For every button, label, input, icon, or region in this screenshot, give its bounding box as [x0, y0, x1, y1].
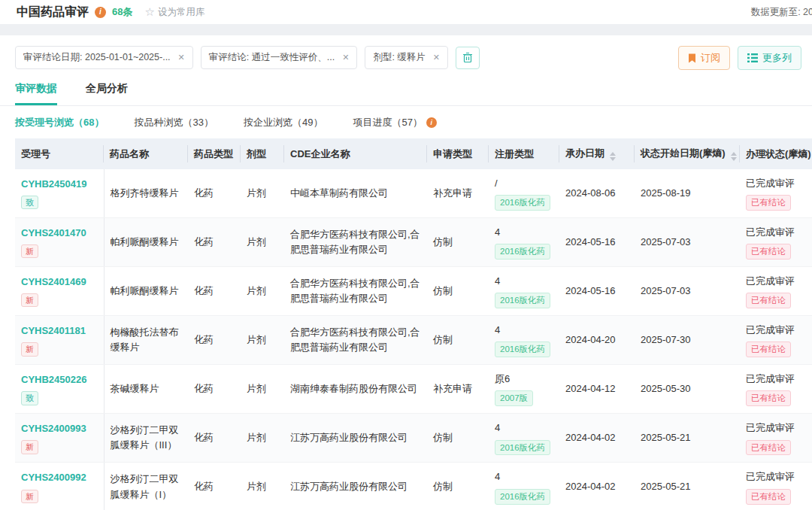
- handling-status-cell: 已完成审评已有结论: [740, 169, 812, 218]
- application-type-cell: 仿制: [427, 414, 489, 463]
- filter-chip-dosage-form[interactable]: 剂型: 缓释片 ✕: [365, 46, 448, 69]
- handling-status-cell: 已完成审评已有结论: [740, 218, 812, 267]
- column-header: CDE企业名称: [284, 138, 427, 169]
- sort-icon[interactable]: [731, 152, 737, 161]
- dosage-form-cell: 片剂: [241, 316, 284, 365]
- company-cell: 合肥华方医药科技有限公司,合肥思普瑞药业有限公司: [284, 267, 427, 316]
- acceptance-badge: 新: [21, 440, 38, 454]
- drug-name-cell: 枸橼酸托法替布缓释片: [104, 316, 188, 365]
- acceptance-no-link[interactable]: CYHS2401470: [21, 226, 98, 241]
- topbar: 中国药品审评 i 68条 ☆ 设为常用库 数据更新至: 20: [0, 0, 812, 24]
- handling-status-cell: 已完成审评已有结论: [740, 365, 812, 414]
- registration-badge: 2016版化药: [495, 342, 550, 357]
- drug-name-cell: 沙格列汀二甲双胍缓释片（III）: [104, 414, 188, 463]
- clear-filters-button[interactable]: [456, 47, 480, 69]
- subnav-project-progress[interactable]: 项目进度（57） i: [353, 116, 436, 129]
- acceptance-no-cell: CYHS2401469新: [15, 267, 104, 316]
- data-update-notice: 数据更新至: 20: [751, 6, 812, 19]
- acceptance-date-cell: 2024-05-16: [559, 267, 635, 316]
- filter-chip-label: 审评结论日期: 2025-01-01~2025-...: [23, 51, 171, 64]
- status-start-date-cell: 2025-07-03: [635, 267, 740, 316]
- favorite-toggle[interactable]: ☆ 设为常用库: [144, 5, 205, 19]
- drug-type-cell: 化药: [188, 218, 241, 267]
- dosage-form-cell: 片剂: [241, 414, 284, 463]
- main-card: 审评结论日期: 2025-01-01~2025-... ✕ 审评结论: 通过一致…: [0, 35, 812, 510]
- table-row: CYHS2401181新枸橼酸托法替布缓释片化药片剂合肥华方医药科技有限公司,合…: [15, 316, 812, 365]
- acceptance-date-cell: 2024-04-02: [559, 414, 635, 463]
- acceptance-no-link[interactable]: CYHS2401181: [21, 323, 98, 338]
- toolbar-actions: 订阅 更多列: [678, 46, 801, 70]
- registration-badge: 2016版化药: [495, 489, 550, 505]
- filter-chip-review-date[interactable]: 审评结论日期: 2025-01-01~2025-... ✕: [15, 46, 193, 69]
- acceptance-no-link[interactable]: CYHB2450226: [21, 372, 98, 387]
- registration-no: 4: [495, 225, 553, 240]
- column-header[interactable]: 状态开始日期(摩熵): [635, 138, 740, 169]
- registration-no: 4: [495, 469, 553, 484]
- acceptance-no-cell: CYHB2450226致: [15, 365, 104, 414]
- acceptance-no-link[interactable]: CYHS2401469: [21, 275, 98, 290]
- column-header: 药品类型: [188, 138, 241, 169]
- sort-icon[interactable]: [610, 152, 616, 161]
- acceptance-no-link[interactable]: CYHS2400992: [21, 470, 98, 485]
- application-type-cell: 补充申请: [427, 169, 489, 218]
- acceptance-no-link[interactable]: CYHS2400993: [21, 421, 98, 436]
- conclusion-badge: 已有结论: [746, 440, 791, 456]
- drug-name-cell: 沙格列汀二甲双胍缓释片（I）: [104, 463, 188, 510]
- filter-chip-review-conclusion[interactable]: 审评结论: 通过一致性评价、... ✕: [201, 46, 358, 69]
- drug-name-cell: 帕利哌酮缓释片: [104, 267, 188, 316]
- bookmark-icon: [688, 53, 696, 63]
- subscribe-button[interactable]: 订阅: [678, 46, 730, 70]
- table-row: CYHS2401469新帕利哌酮缓释片化药片剂合肥华方医药科技有限公司,合肥思普…: [15, 267, 812, 316]
- background-band: [0, 24, 812, 35]
- close-icon[interactable]: ✕: [178, 53, 185, 62]
- tab-global-analysis[interactable]: 全局分析: [86, 82, 128, 105]
- conclusion-badge: 已有结论: [746, 390, 791, 406]
- acceptance-no-link[interactable]: CYHB2450419: [21, 177, 98, 192]
- tab-review-data[interactable]: 审评数据: [15, 82, 57, 105]
- review-table: 受理号药品名称药品类型剂型CDE企业名称申请类型注册类型承办日期状态开始日期(摩…: [15, 138, 812, 510]
- info-icon[interactable]: i: [95, 7, 106, 18]
- page-title: 中国药品审评: [17, 5, 89, 20]
- registration-badge: 2016版化药: [495, 293, 550, 308]
- registration-badge: 2007版: [495, 390, 533, 406]
- status-start-date-cell: 2025-05-21: [635, 463, 740, 510]
- registration-type-cell: 42016版化药: [489, 218, 559, 267]
- close-icon[interactable]: ✕: [433, 53, 440, 62]
- conclusion-badge: 已有结论: [746, 195, 791, 211]
- subscribe-label: 订阅: [701, 51, 720, 65]
- drug-name-cell: 格列齐特缓释片: [104, 169, 188, 218]
- dosage-form-cell: 片剂: [241, 463, 284, 510]
- status-text: 已完成审评: [746, 420, 806, 436]
- subnav-by-acceptance-no[interactable]: 按受理号浏览（68）: [15, 116, 104, 129]
- registration-type-cell: 42016版化药: [489, 316, 559, 365]
- table-body: CYHB2450419致格列齐特缓释片化药片剂中峘本草制药有限公司补充申请/20…: [15, 169, 812, 510]
- favorite-label: 设为常用库: [158, 6, 205, 19]
- company-cell: 中峘本草制药有限公司: [284, 169, 427, 218]
- dosage-form-cell: 片剂: [241, 365, 284, 414]
- column-header: 申请类型: [427, 138, 489, 169]
- subnav-by-variety[interactable]: 按品种浏览（33）: [134, 116, 213, 129]
- column-header[interactable]: 承办日期: [559, 138, 635, 169]
- status-text: 已完成审评: [746, 469, 806, 484]
- acceptance-badge: 致: [21, 196, 38, 209]
- acceptance-date-cell: 2024-04-20: [559, 316, 635, 365]
- application-type-cell: 仿制: [427, 218, 489, 267]
- filter-chips: 审评结论日期: 2025-01-01~2025-... ✕ 审评结论: 通过一致…: [15, 46, 480, 69]
- review-table-wrap: 受理号药品名称药品类型剂型CDE企业名称申请类型注册类型承办日期状态开始日期(摩…: [15, 138, 812, 510]
- status-text: 已完成审评: [746, 323, 806, 338]
- table-row: CYHB2450419致格列齐特缓释片化药片剂中峘本草制药有限公司补充申请/20…: [15, 169, 812, 218]
- acceptance-no-cell: CYHS2401470新: [15, 218, 104, 267]
- close-icon[interactable]: ✕: [342, 53, 349, 62]
- registration-type-cell: /2016版化药: [489, 169, 559, 218]
- drug-type-cell: 化药: [188, 463, 241, 510]
- status-start-date-cell: 2025-05-21: [635, 414, 740, 463]
- drug-type-cell: 化药: [188, 365, 241, 414]
- table-row: CYHS2400993新沙格列汀二甲双胍缓释片（III）化药片剂江苏万高药业股份…: [15, 414, 812, 463]
- handling-status-cell: 已完成审评已有结论: [740, 316, 812, 365]
- handling-status-cell: 已完成审评已有结论: [740, 414, 812, 463]
- more-columns-button[interactable]: 更多列: [738, 46, 801, 70]
- column-header: 受理号: [15, 138, 104, 169]
- info-icon[interactable]: i: [426, 117, 437, 128]
- dosage-form-cell: 片剂: [241, 218, 284, 267]
- subnav-by-company[interactable]: 按企业浏览（49）: [244, 116, 323, 129]
